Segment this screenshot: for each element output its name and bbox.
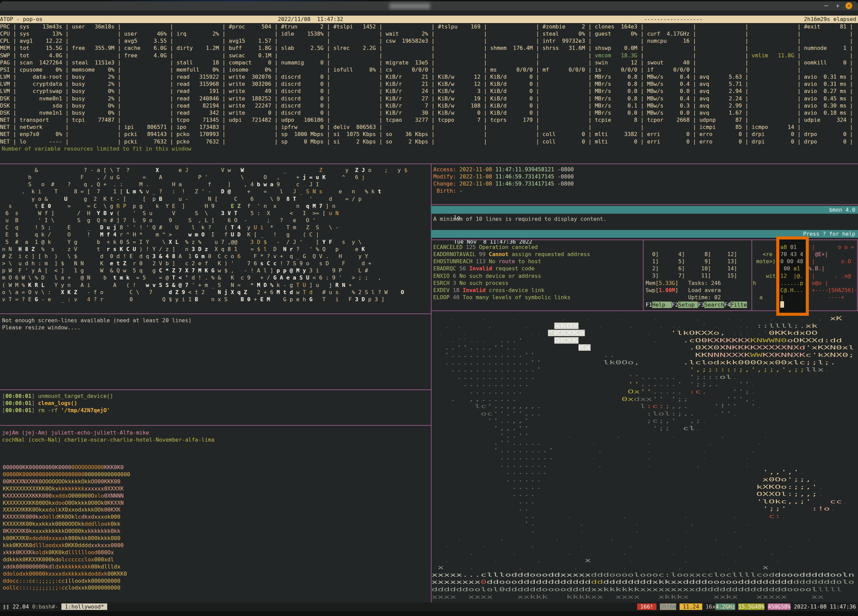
window-bottom-edge: [0, 611, 858, 616]
htop-meters-pane: 0] 4] 8] 12] 1] 5] 9] 13] 2] 6] 10] 14] …: [646, 251, 737, 301]
atop-pane: PRC | sys 13m43s | user 36m18s | | | #pr…: [0, 23, 853, 145]
pane-divider: [751, 239, 752, 310]
close-button[interactable]: ×: [846, 2, 852, 9]
help-hint: Press ? for help: [803, 230, 855, 238]
bmon-version: bmon 4.0: [829, 206, 855, 214]
atop-header: ATOP - pop-os 2022/11/08 11:47:32 ---: [0, 16, 858, 23]
pane-divider: [0, 163, 858, 164]
maximize-button[interactable]: +: [834, 2, 841, 9]
file-times-pane: Access: 2022-11-08 11:47:11.939458121 -0…: [433, 166, 574, 195]
tmux-statusbar: ❚❚ 22.04 0:bash#- 1:hollywood* 166! 2h16…: [0, 602, 858, 611]
ascii-blob: 000000KK00000000K00000OOOOOOO00KKK0K0000…: [3, 464, 130, 591]
atop-footer: Number of variable resources limited to …: [2, 145, 191, 152]
terminal-cursor: [780, 301, 784, 308]
bmon-notice: A minimum of 10 lines is required to dis…: [433, 216, 606, 222]
window-titlebar[interactable]: ─ + ×: [0, 2, 858, 11]
bmon-bar: lo bmon 4.0: [431, 206, 858, 214]
resize-notice: Not enough screen-lines available (need …: [2, 317, 192, 331]
terminal-window: ATOP - pop-os 2022/11/08 11:47:32 ---: [0, 11, 858, 602]
phonetic-output: jejAm (jej-Am) juliett-echo-juliett-Alfa…: [2, 429, 214, 443]
pane-divider: [643, 239, 644, 310]
pane-divider: [0, 313, 431, 314]
errno-pane: ECANCELED 125 Operation canceledEADDRNOT…: [433, 244, 590, 301]
window-title-redacted: [390, 3, 430, 9]
pane-divider: [431, 204, 858, 205]
desktop: ─ + × ATOP - pop-os 2022/11/08 11:47:32: [0, 0, 858, 616]
tmux-windows[interactable]: ❚❚ 22.04 0:bash#- 1:hollywood*: [3, 602, 107, 611]
matrix-pane: & ? - a [ \ T ? X e J V w W _ Z y Z J o …: [2, 166, 407, 303]
ascii-world-map: . . . , . . . , . . , . , xK . . , . xkO…: [432, 315, 858, 601]
pane-divider: [0, 425, 431, 426]
hex-dump-column: a8 0170 43 40 00 48 00 a112 |@.......pC@…: [780, 244, 803, 301]
htop-fkeys[interactable]: F1Help F2Setup F3SearchF4Filte: [646, 301, 747, 308]
pane-divider: [0, 389, 431, 390]
script-output: [00:00:01] unmount_target_device()[00:00…: [2, 393, 113, 414]
tmux-status-right: 166! 2h16m 11.24 16x4.2GHz 15.5G48% 450G…: [637, 602, 856, 611]
minimize-button[interactable]: ─: [822, 2, 830, 9]
